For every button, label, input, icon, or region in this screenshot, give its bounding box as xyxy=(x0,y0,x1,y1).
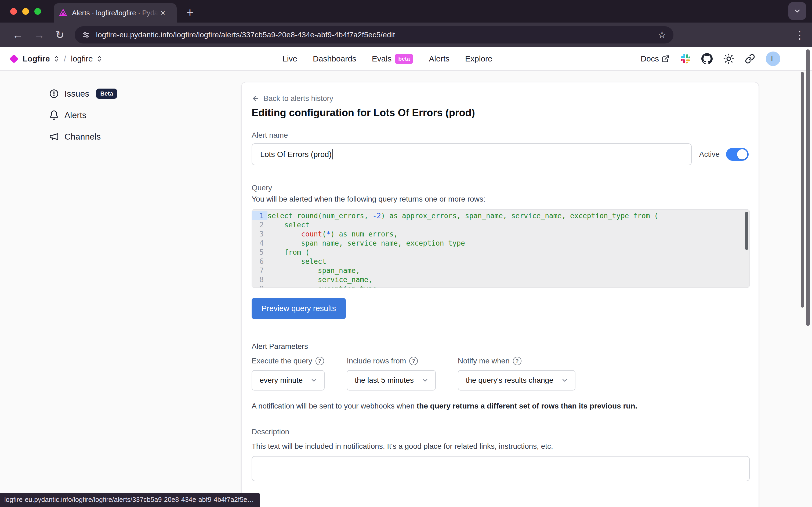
nav-item-evals[interactable]: Evals beta xyxy=(372,54,414,64)
line-number: 1 xyxy=(252,211,267,220)
browser-tab[interactable]: Alerts · logfire/logfire · Pydanti × xyxy=(54,3,177,22)
docs-link[interactable]: Docs xyxy=(641,54,670,63)
back-icon[interactable]: ← xyxy=(12,30,23,40)
code-scrollbar-thumb[interactable] xyxy=(745,212,748,250)
chevron-down-icon xyxy=(310,377,318,384)
code-line[interactable]: 9 exception_type xyxy=(252,284,749,288)
main-nav: Live Dashboards Evals beta Alerts Explor… xyxy=(282,47,492,70)
query-label: Query xyxy=(252,183,749,192)
app-header: Logfire / logfire Live Dashboards Evals … xyxy=(0,47,812,71)
description-textarea[interactable] xyxy=(252,456,750,481)
new-tab-icon[interactable]: + xyxy=(186,4,194,20)
help-icon[interactable]: ? xyxy=(513,357,522,365)
window-zoom-button[interactable] xyxy=(34,8,41,15)
code-line[interactable]: 4 span_name, service_name, exception_typ… xyxy=(252,239,749,248)
tab-title: Alerts · logfire/logfire · Pydanti xyxy=(72,9,158,17)
chevron-down-icon xyxy=(561,377,569,384)
browser-toolbar: ← → ↻ logfire-eu.pydantic.info/logfire/l… xyxy=(0,22,812,47)
chevron-down-icon xyxy=(421,377,429,384)
header-actions: Docs xyxy=(641,47,780,70)
code-line[interactable]: 6 select xyxy=(252,257,749,266)
alert-name-label: Alert name xyxy=(252,131,749,139)
code-line[interactable]: 1select round(num_errors, -2) as approx_… xyxy=(252,211,749,220)
text-cursor xyxy=(332,149,333,159)
nav-item-dashboards[interactable]: Dashboards xyxy=(313,54,356,63)
user-avatar[interactable]: L xyxy=(766,52,780,66)
breadcrumb: Logfire / logfire xyxy=(11,47,102,70)
param-label: Notify me when xyxy=(458,357,510,365)
site-settings-icon[interactable] xyxy=(82,31,90,39)
alert-edit-card: Back to alerts history Editing configura… xyxy=(241,82,759,507)
issues-beta-badge: Beta xyxy=(96,89,117,99)
back-arrow-icon xyxy=(252,95,260,103)
line-number: 6 xyxy=(252,257,267,266)
sidebar-item-label: Issues xyxy=(64,89,89,99)
line-number: 2 xyxy=(252,220,267,229)
nav-item-explore[interactable]: Explore xyxy=(465,54,492,63)
share-link-icon[interactable] xyxy=(745,54,755,64)
line-number: 3 xyxy=(252,229,267,239)
help-icon[interactable]: ? xyxy=(409,357,418,365)
code-text: count(*) as num_errors, xyxy=(267,229,398,239)
theme-sun-icon[interactable] xyxy=(723,53,734,64)
code-line[interactable]: 8 service_name, xyxy=(252,275,749,284)
tab-title-fade xyxy=(139,9,158,17)
sidebar-item-alerts[interactable]: Alerts xyxy=(49,110,117,120)
code-text: select xyxy=(267,257,326,266)
browser-menu-icon[interactable]: ⋮ xyxy=(794,30,805,40)
browser-scrollbar-thumb[interactable] xyxy=(806,49,810,326)
code-line[interactable]: 3 count(*) as num_errors, xyxy=(252,229,749,239)
window-controls xyxy=(10,8,41,15)
code-text: span_name, service_name, exception_type xyxy=(267,239,465,248)
bookmark-star-icon[interactable]: ☆ xyxy=(658,29,666,41)
execute-query-dropdown[interactable]: every minute xyxy=(252,370,325,391)
url-text[interactable]: logfire-eu.pydantic.info/logfire/logfire… xyxy=(96,31,395,39)
line-number: 7 xyxy=(252,266,267,275)
project-selector[interactable]: logfire xyxy=(71,54,93,63)
nav-item-alerts[interactable]: Alerts xyxy=(429,54,449,63)
help-icon[interactable]: ? xyxy=(316,357,324,365)
code-line[interactable]: 7 span_name, xyxy=(252,266,749,275)
param-label: Include rows from xyxy=(347,357,406,365)
code-text: select round(num_errors, -2) as approx_e… xyxy=(267,211,658,220)
address-bar[interactable]: logfire-eu.pydantic.info/logfire/logfire… xyxy=(75,26,673,44)
page-scrollbar-thumb[interactable] xyxy=(801,72,804,307)
code-text: from ( xyxy=(267,248,310,257)
notify-when-dropdown[interactable]: the query's results change xyxy=(458,370,576,391)
description-helper: This text will be included in notificati… xyxy=(252,442,749,451)
line-number: 5 xyxy=(252,248,267,257)
code-line[interactable]: 5 from ( xyxy=(252,248,749,257)
code-text: exception_type xyxy=(267,284,377,288)
preview-query-results-button[interactable]: Preview query results xyxy=(252,298,346,319)
include-rows-dropdown[interactable]: the last 5 minutes xyxy=(347,370,436,391)
nav-item-live[interactable]: Live xyxy=(282,54,297,63)
code-text: span_name, xyxy=(267,266,360,275)
window-close-button[interactable] xyxy=(10,8,17,15)
sql-query-editor[interactable]: 1select round(num_errors, -2) as approx_… xyxy=(252,209,750,288)
project-selector-chevrons-icon[interactable] xyxy=(97,55,102,62)
page-title: Editing configuration for Lots Of Errors… xyxy=(252,107,749,119)
param-include-rows: Include rows from ? the last 5 minutes xyxy=(347,357,436,391)
browser-tab-strip: Alerts · logfire/logfire · Pydanti × + xyxy=(0,0,812,22)
line-number: 4 xyxy=(252,239,267,248)
megaphone-icon xyxy=(49,131,59,142)
sidebar-item-issues[interactable]: Issues Beta xyxy=(49,89,117,99)
tab-close-icon[interactable]: × xyxy=(161,9,165,17)
active-toggle[interactable] xyxy=(726,148,749,161)
org-selector-chevrons-icon[interactable] xyxy=(54,55,59,62)
logfire-diamond-icon xyxy=(9,54,18,63)
org-selector[interactable]: Logfire xyxy=(22,54,50,63)
back-to-alerts-link[interactable]: Back to alerts history xyxy=(252,94,749,103)
window-minimize-button[interactable] xyxy=(22,8,29,15)
code-line[interactable]: 2 select xyxy=(252,220,749,229)
issue-seal-icon xyxy=(49,89,59,99)
github-icon[interactable] xyxy=(701,53,713,64)
reload-icon[interactable]: ↻ xyxy=(55,30,64,40)
active-toggle-label: Active xyxy=(699,150,720,159)
external-link-icon xyxy=(662,55,670,63)
alert-name-input[interactable]: Lots Of Errors (prod) xyxy=(252,143,692,165)
slack-icon[interactable] xyxy=(681,54,691,64)
sidebar-item-channels[interactable]: Channels xyxy=(49,131,117,142)
notification-note: A notification will be sent to your webh… xyxy=(252,402,749,410)
tab-search-button[interactable] xyxy=(789,2,806,20)
